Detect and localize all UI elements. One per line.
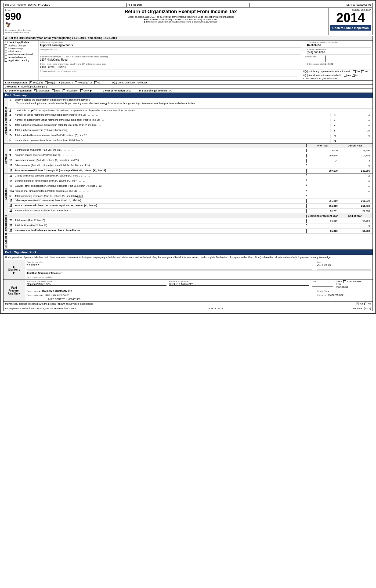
firm-name-col: Firm's name ▶ BALLEN & COMPANY INC <box>27 290 317 292</box>
row-9: 9 Program service revenue (Part VIII, li… <box>8 153 373 158</box>
row-9-current: 212,802 <box>339 154 371 157</box>
part-ii-header: Part II Signature Block <box>3 250 373 255</box>
check-amended-box[interactable] <box>5 56 7 59</box>
row-21-desc: Total liabilities (Part X, line 26) . . … <box>15 224 306 227</box>
row-21-begin <box>306 224 339 225</box>
row-16b-desc: Total fundraising expenses (Part IX, col… <box>15 195 306 197</box>
cat-no: Cat No 11282Y <box>207 307 223 310</box>
address-col: Number and street (or P O box if mail is… <box>40 56 304 62</box>
prep-sig-col: Preparer's signature Stephen Z Ballen CP… <box>169 280 309 288</box>
irs-discuss-no-check[interactable] <box>364 303 367 305</box>
check-other[interactable] <box>80 89 83 92</box>
principal-label: F Name and address of principal officer <box>40 70 298 72</box>
row-15-current: 0 <box>339 185 371 188</box>
check-amended-label: Amended return <box>8 56 26 59</box>
k-label: K Form of organization <box>5 89 32 92</box>
net-assets-header-desc <box>9 215 306 218</box>
address-value: 1207 N McKinley Road <box>40 58 301 62</box>
row-20-desc: Total assets (Part X, line 16) . . . . .… <box>15 219 306 222</box>
org-name-row: C Name of organization Flipped Learning … <box>40 41 371 48</box>
top-bar-left: efile GRAPHIC print - DO NOT PROCESS <box>3 3 126 7</box>
row-7a: 7a Total unrelated business revenue from… <box>8 133 373 138</box>
row-11-desc: Other revenue (Part VIII, column (A), li… <box>15 164 306 167</box>
top-bar-mid: As Filed Data - <box>126 3 250 7</box>
row-12-prior: 307,670 <box>306 169 339 173</box>
check-501c[interactable] <box>45 81 48 84</box>
gross-col <box>325 56 371 62</box>
part-ii-content: Under penalties of perjury, I declare th… <box>3 255 373 260</box>
sign-content: Signature of officer ****** Date 2015-08… <box>25 260 373 280</box>
row-15-num: 15 <box>9 185 15 188</box>
left-checklist: B Check if applicable Address change Nam… <box>3 41 38 80</box>
check-corporation[interactable] <box>34 89 37 92</box>
check-initial-return: Initial return <box>5 50 37 53</box>
phone-col: E Telephone number (847) 363-8598 <box>304 48 371 55</box>
label-527: 527 <box>97 81 102 84</box>
row-4-num: 4 <box>9 119 15 122</box>
row-19: 19 Revenue less expenses Subtract line 1… <box>8 209 373 214</box>
sig-area: Signature of officer ****** <box>27 261 312 270</box>
address-row: Number and street (or P O box if mail is… <box>40 56 371 62</box>
row-15-prior <box>306 185 339 186</box>
l-value: 2012 <box>126 89 131 92</box>
irs-discuss-yes: Yes No <box>356 302 371 305</box>
irs-discuss-yes-check[interactable] <box>356 303 359 305</box>
preparer-content: Print/Type preparer's name Stephen Z Bal… <box>25 280 373 301</box>
check-name-label: Name change <box>8 47 23 50</box>
check-name-change: Name change <box>5 47 37 50</box>
firm-ein-label: Firm's EIN ▶ <box>317 290 329 292</box>
m-value: VA <box>169 89 172 92</box>
check-initial-label: Initial return <box>8 50 21 53</box>
check-527[interactable] <box>94 81 97 84</box>
address-label: Number and street (or P O box if mail is… <box>40 56 301 58</box>
row-17-current: 261,539 <box>339 199 371 203</box>
check-final-box[interactable] <box>5 53 7 56</box>
self-employed-check[interactable] <box>343 280 346 283</box>
gross-value: 240,306 <box>325 63 333 65</box>
check-501c3[interactable] <box>30 81 32 84</box>
l-label: L Year of formation <box>103 89 125 92</box>
city-row: City or town, state or province, country… <box>40 63 371 69</box>
hb-yes-check[interactable] <box>344 74 346 77</box>
row-22-end: 64,683 <box>339 229 371 233</box>
right-header: OMB No 1545-0047 2014 Open to Public Ins… <box>328 8 373 35</box>
label-other: Other ▶ <box>84 89 92 92</box>
firm-name-value: BALLEN & COMPANY INC <box>42 290 72 292</box>
row-16a: 16a Professional fundraising fees (Part … <box>8 189 373 194</box>
section-a: A For the 2014 calendar year, or tax yea… <box>3 36 373 41</box>
check-4947[interactable] <box>75 81 77 84</box>
part-ii-title: Part II Signature Block <box>5 251 37 254</box>
ha-yes-check[interactable] <box>353 70 356 73</box>
row-3-label: 3 <box>331 113 339 117</box>
check-initial-box[interactable] <box>5 50 7 53</box>
row-20-end: 64,683 <box>339 219 371 223</box>
prior-year-header: Prior Year <box>306 144 339 147</box>
check-app-pending-box[interactable] <box>5 59 7 62</box>
row-5-label: 5 <box>331 124 339 127</box>
row-14: 14 Benefits paid to or for members (Part… <box>8 179 373 184</box>
revenue-content: Prior Year Current Year 8 Contributions … <box>8 144 373 174</box>
preparer-row-3: Firm's address ▶ 1401 N Western Ave 2 Ph… <box>25 293 373 297</box>
firm-ein-col: Firm's EIN ▶ <box>317 290 371 292</box>
row-10-num: 10 <box>9 159 15 162</box>
label-insert: ◄ (insert no ) <box>58 81 73 84</box>
check-address-box[interactable] <box>5 44 7 47</box>
row-7b-label: 7b <box>331 139 339 143</box>
row-18: 18 Total expenses Add lines 13–17 (must … <box>8 204 373 209</box>
ha-no-check[interactable] <box>361 70 364 73</box>
paperwork-label: For Paperwork Reduction Act Notice, see … <box>5 307 77 310</box>
row-13-desc: Grants and similar amounts paid (Part IX… <box>15 174 306 177</box>
self-employed-col: Check if self-employed PTIN P00628215 <box>336 280 368 288</box>
revenue-label: Revenue <box>3 144 8 174</box>
check-association[interactable] <box>63 89 65 92</box>
expenses-section: Expenses 13 Grants and similar amounts p… <box>3 174 373 214</box>
row-19-prior: 51,751 <box>306 209 339 213</box>
row-13: 13 Grants and similar amounts paid (Part… <box>8 174 373 179</box>
self-employed-label: Check if self-employed <box>336 280 368 283</box>
row-4-value: 6 <box>339 119 371 122</box>
hb-no-check[interactable] <box>352 74 355 77</box>
check-name-box[interactable] <box>5 47 7 50</box>
check-trust[interactable] <box>52 89 55 92</box>
open-inspection: Open to Public Inspection <box>330 25 371 31</box>
section-a-text: For the 2014 calendar year, or tax year … <box>9 36 117 39</box>
